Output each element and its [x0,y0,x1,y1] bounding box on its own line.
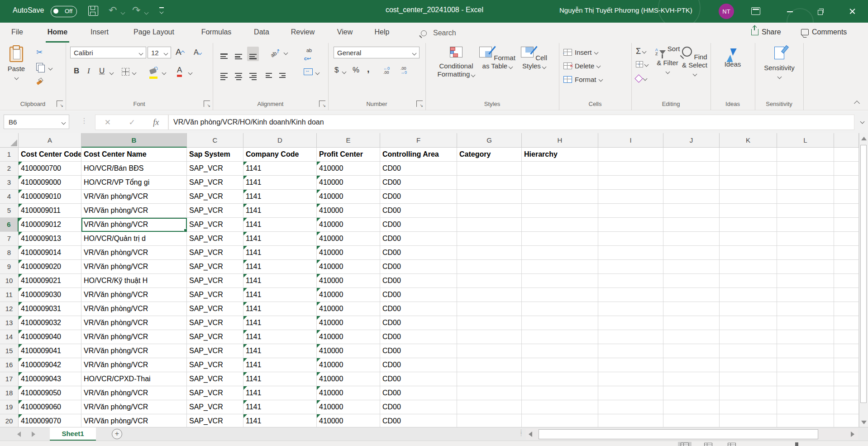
cell-L2[interactable] [777,162,834,176]
cell-C2[interactable]: SAP_VCR [187,162,243,176]
cell-H14[interactable] [522,330,598,344]
increase-indent-button[interactable] [277,66,288,80]
align-center-button[interactable] [233,66,244,82]
page-break-view-button[interactable] [725,442,739,446]
cell-F10[interactable]: CD00 [380,274,457,288]
cell-D8[interactable]: 1141 [243,246,317,260]
ribbon-display-options-icon[interactable] [751,7,760,15]
cell-K7[interactable] [720,232,777,246]
cell-E16[interactable]: 410000 [317,358,380,372]
cell-M13[interactable] [834,316,859,330]
row-header-15[interactable]: 15 [0,344,19,358]
merge-center-button[interactable] [301,67,315,79]
restore-button[interactable] [807,0,834,23]
cell-E11[interactable]: 410000 [317,288,380,302]
cell-J12[interactable] [663,302,720,316]
cell-E20[interactable]: 410000 [317,414,380,427]
cell-A1[interactable]: Cost Center Code [19,148,81,162]
cell-K1[interactable] [720,148,777,162]
scroll-right-icon[interactable] [851,432,854,437]
cell-F20[interactable]: CD00 [380,414,457,427]
cell-E18[interactable]: 410000 [317,386,380,400]
cell-I4[interactable] [598,190,663,204]
cell-H3[interactable] [522,176,598,190]
cell-L11[interactable] [777,288,834,302]
scroll-down-icon[interactable] [861,421,867,424]
cell-E2[interactable]: 410000 [317,162,380,176]
cell-B5[interactable]: VR/Văn phòng/VCR [81,204,187,218]
row-header-16[interactable]: 16 [0,358,19,372]
redo-chevron-icon[interactable] [144,10,149,15]
share-button[interactable]: Share [751,28,781,36]
bold-button[interactable]: B [74,67,79,76]
fill-button[interactable]: ↓ [636,61,648,67]
cell-J13[interactable] [663,316,720,330]
cell-B16[interactable]: VR/Văn phòng/VCR [81,358,187,372]
cell-K14[interactable] [720,330,777,344]
align-left-button[interactable] [218,66,230,82]
cell-J6[interactable] [663,218,720,232]
cell-I20[interactable] [598,414,663,427]
row-header-6[interactable]: 6 [0,218,19,232]
close-button[interactable] [839,0,866,23]
avatar[interactable]: NT [719,4,734,19]
formula-bar-grip-icon[interactable]: ⋮ [81,116,88,125]
cell-J8[interactable] [663,246,720,260]
cell-C7[interactable]: SAP_VCR [187,232,243,246]
cell-K12[interactable] [720,302,777,316]
find-select-button[interactable]: Find & Select [682,45,707,77]
cell-M9[interactable] [834,260,859,274]
cell-L13[interactable] [777,316,834,330]
row-header-9[interactable]: 9 [0,260,19,274]
cell-H6[interactable] [522,218,598,232]
cell-M19[interactable] [834,400,859,414]
cell-I16[interactable] [598,358,663,372]
collapse-ribbon-chevron-icon[interactable] [854,101,860,106]
cell-E9[interactable]: 410000 [317,260,380,274]
increase-font-size-button[interactable]: A [176,47,184,57]
cell-L6[interactable] [777,218,834,232]
cell-F13[interactable]: CD00 [380,316,457,330]
cell-I10[interactable] [598,274,663,288]
decrease-indent-button[interactable] [263,66,274,80]
ideas-button[interactable]: Ideas [721,45,744,68]
cell-G11[interactable] [457,288,522,302]
fill-handle[interactable] [184,229,187,232]
cell-E10[interactable]: 410000 [317,274,380,288]
cell-E12[interactable]: 410000 [317,302,380,316]
column-header-G[interactable]: G [457,133,522,148]
row-header-10[interactable]: 10 [0,274,19,288]
cell-B8[interactable]: VR/Văn phòng/VCR [81,246,187,260]
row-header-4[interactable]: 4 [0,190,19,204]
cell-C3[interactable]: SAP_VCR [187,176,243,190]
cell-J15[interactable] [663,344,720,358]
row-header-3[interactable]: 3 [0,176,19,190]
cell-J14[interactable] [663,330,720,344]
cell-I13[interactable] [598,316,663,330]
cell-C19[interactable]: SAP_VCR [187,400,243,414]
cell-D17[interactable]: 1141 [243,372,317,386]
cell-J19[interactable] [663,400,720,414]
cell-I9[interactable] [598,260,663,274]
cell-L18[interactable] [777,386,834,400]
cell-E3[interactable]: 410000 [317,176,380,190]
cancel-icon[interactable]: ✕ [105,118,111,127]
cell-K13[interactable] [720,316,777,330]
cell-K9[interactable] [720,260,777,274]
vertical-scrollbar-thumb[interactable] [860,145,867,403]
cell-C14[interactable]: SAP_VCR [187,330,243,344]
cell-J3[interactable] [663,176,720,190]
currency-button[interactable]: $ [334,66,339,75]
comma-style-button[interactable]: , [367,64,370,74]
paste-button[interactable]: Paste [5,45,28,81]
cell-L14[interactable] [777,330,834,344]
cell-F14[interactable]: CD00 [380,330,457,344]
cell-F12[interactable]: CD00 [380,302,457,316]
cell-M17[interactable] [834,372,859,386]
fill-color-chevron-icon[interactable] [162,71,167,75]
autosave-toggle[interactable]: Off [51,6,77,17]
column-header-H[interactable]: H [522,133,598,148]
tab-review[interactable]: Review [291,28,315,36]
tab-formulas[interactable]: Formulas [201,28,232,36]
cell-D2[interactable]: 1141 [243,162,317,176]
